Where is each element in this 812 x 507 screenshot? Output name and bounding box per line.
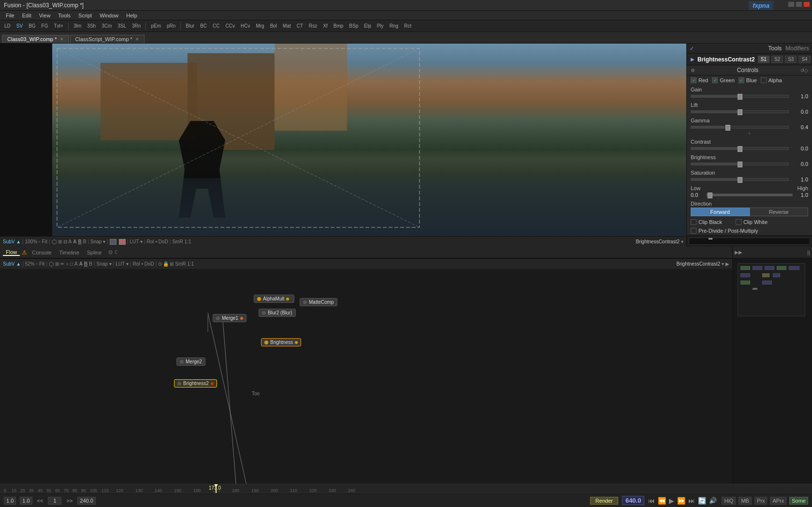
lut-label[interactable]: LUT ▾ bbox=[130, 239, 143, 244]
menu-window[interactable]: Window bbox=[96, 11, 122, 20]
tl-step-fwd[interactable]: ⏩ bbox=[677, 497, 685, 505]
node-brightness2[interactable]: Brightness2 bbox=[174, 379, 217, 388]
node-canvas[interactable]: AlphaMult MatteComp Blur2 (Blur) Merge1 bbox=[0, 269, 732, 484]
tl-end-frame[interactable]: 240.0 bbox=[77, 497, 96, 505]
smr-flow[interactable]: SmR bbox=[175, 261, 186, 267]
flow-tool7[interactable]: A bbox=[79, 261, 83, 267]
tl-loop[interactable]: 🔄 bbox=[698, 497, 706, 505]
tool-blur[interactable]: Blur bbox=[183, 23, 197, 29]
menu-script[interactable]: Script bbox=[74, 11, 96, 20]
lut-flow[interactable]: LUT ▾ bbox=[116, 261, 129, 267]
tool-rct[interactable]: Rct bbox=[402, 23, 414, 29]
tl-cur-frame[interactable]: 640.0 bbox=[622, 496, 645, 505]
vp-icon7[interactable]: B bbox=[83, 239, 87, 244]
tab-s3[interactable]: S3 bbox=[785, 56, 797, 63]
node-merge2[interactable]: Merge2 bbox=[176, 358, 205, 366]
spline-tab[interactable]: Spline bbox=[84, 250, 105, 255]
tab-classscript[interactable]: ClassScript_WIP.comp * ✕ bbox=[70, 35, 145, 43]
flow-tool2[interactable]: ⊞ bbox=[55, 261, 59, 267]
node-mattecomp[interactable]: MatteComp bbox=[300, 298, 337, 306]
node-merge1[interactable]: Merge1 bbox=[213, 314, 246, 322]
tab-close-1[interactable]: ✕ bbox=[135, 37, 139, 42]
rol-flow[interactable]: Rol bbox=[132, 261, 140, 267]
console-tab[interactable]: Console bbox=[29, 250, 54, 255]
green-checkbox[interactable] bbox=[712, 77, 718, 83]
channel-alpha[interactable]: Alpha bbox=[761, 77, 782, 83]
pre-divide-checkbox[interactable] bbox=[691, 228, 696, 234]
clip-white-checkbox[interactable] bbox=[736, 219, 741, 225]
tool-3sl[interactable]: 3SL bbox=[115, 23, 129, 29]
tl-prev[interactable]: << bbox=[35, 498, 45, 504]
playhead[interactable] bbox=[216, 484, 217, 493]
tl-skip-back[interactable]: ⏮ bbox=[648, 497, 655, 505]
low-high-slider[interactable] bbox=[706, 194, 793, 196]
node-alphaMult[interactable]: AlphaMult bbox=[254, 295, 294, 303]
menu-edit[interactable]: Edit bbox=[18, 11, 35, 20]
flow-tool3[interactable]: ✏ bbox=[60, 261, 64, 267]
tl-hiq[interactable]: HiQ bbox=[722, 497, 736, 505]
tl-vol[interactable]: 🔊 bbox=[709, 497, 717, 504]
lift-slider[interactable] bbox=[691, 110, 789, 113]
menu-file[interactable]: File bbox=[2, 11, 18, 20]
dod-flow[interactable]: • DoD bbox=[141, 261, 154, 267]
tools-btn[interactable]: Tools bbox=[768, 45, 782, 52]
tool-mrg[interactable]: Mrg bbox=[253, 23, 266, 29]
subv-flow[interactable]: SubV ▲ bbox=[3, 261, 21, 267]
gain-slider[interactable] bbox=[691, 95, 789, 98]
viewport[interactable] bbox=[0, 44, 686, 236]
snap-label[interactable]: Snap ▾ bbox=[90, 239, 105, 244]
tool-rng[interactable]: Rng bbox=[387, 23, 401, 29]
maximize-btn[interactable] bbox=[796, 1, 802, 7]
color-swatch[interactable] bbox=[110, 239, 116, 245]
tool-3sh[interactable]: 3Sh bbox=[85, 23, 98, 29]
tool-elp[interactable]: Elp bbox=[362, 23, 373, 29]
tl-skip-fwd[interactable]: ⏭ bbox=[688, 497, 695, 505]
flow-arrow[interactable]: ▾ bbox=[722, 261, 724, 267]
vp-arrow[interactable]: ▾ bbox=[681, 239, 683, 244]
tab-s2[interactable]: S2 bbox=[771, 56, 783, 63]
saturation-slider[interactable] bbox=[691, 178, 789, 181]
channel-blue[interactable]: Blue bbox=[739, 77, 757, 83]
dod-label2[interactable]: • DoD bbox=[155, 239, 168, 244]
flow-tool9[interactable]: B bbox=[89, 261, 92, 267]
tl-start[interactable]: 1.0 bbox=[4, 497, 16, 505]
rp-check-icon[interactable]: ✓ bbox=[690, 45, 694, 52]
kf-icon[interactable]: ◇ bbox=[804, 68, 808, 73]
fit-flow[interactable]: Fit bbox=[39, 261, 44, 267]
reset-icon[interactable]: ↺ bbox=[800, 68, 804, 73]
flow-tool6[interactable]: A bbox=[74, 261, 78, 267]
tool-cc[interactable]: CC bbox=[210, 23, 222, 29]
clip-black-item[interactable]: Clip Black bbox=[691, 219, 722, 225]
subv-label[interactable]: SubV ▲ bbox=[3, 239, 21, 244]
snap-flow[interactable]: Snap ▾ bbox=[97, 261, 112, 267]
alpha-checkbox[interactable] bbox=[761, 77, 767, 83]
tool-ccv[interactable]: CCv bbox=[223, 23, 237, 29]
tl-some[interactable]: Some bbox=[789, 497, 808, 505]
gain-value[interactable]: 1.0 bbox=[791, 93, 808, 99]
tl-frame-input[interactable] bbox=[48, 497, 61, 505]
tool-3rn[interactable]: 3Rn bbox=[130, 23, 143, 29]
menu-tools[interactable]: Tools bbox=[54, 11, 74, 20]
low-value[interactable]: 0.0 bbox=[691, 192, 704, 198]
node-blur2[interactable]: Blur2 (Blur) bbox=[259, 309, 296, 317]
tool-sv[interactable]: SV bbox=[14, 23, 25, 29]
reverse-btn[interactable]: Reverse bbox=[750, 208, 809, 216]
vp-icon2[interactable]: ⊞ bbox=[58, 239, 62, 244]
flow-icon2[interactable]: ☾ bbox=[115, 249, 119, 255]
flow-tab[interactable]: Flow bbox=[3, 249, 20, 256]
red-checkbox[interactable] bbox=[691, 77, 696, 83]
tool-xf[interactable]: Xf bbox=[320, 23, 330, 29]
tool-bc[interactable]: BC bbox=[198, 23, 209, 29]
color-swatch2[interactable] bbox=[119, 239, 126, 245]
tab-close-0[interactable]: ✕ bbox=[60, 37, 64, 42]
tl-play[interactable]: ▶ bbox=[669, 497, 674, 505]
tool-rsz[interactable]: Rsz bbox=[306, 23, 319, 29]
vp-icon3[interactable]: ⊟ bbox=[63, 239, 67, 244]
forward-btn[interactable]: Forward bbox=[691, 208, 750, 216]
channel-green[interactable]: Green bbox=[712, 77, 735, 83]
tool-prn[interactable]: pRn bbox=[164, 23, 178, 29]
flow-icon1[interactable]: ⊙ bbox=[108, 249, 113, 255]
timeline-tab[interactable]: Timeline bbox=[57, 250, 82, 255]
tool-bg[interactable]: BG bbox=[26, 23, 38, 29]
tool-fg[interactable]: FG bbox=[39, 23, 51, 29]
